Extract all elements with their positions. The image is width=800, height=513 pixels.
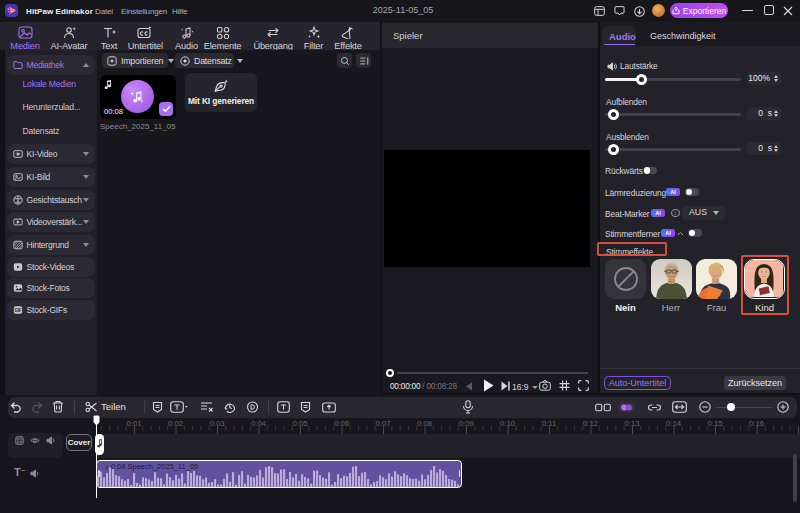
svg-text:GIF: GIF (14, 308, 21, 313)
